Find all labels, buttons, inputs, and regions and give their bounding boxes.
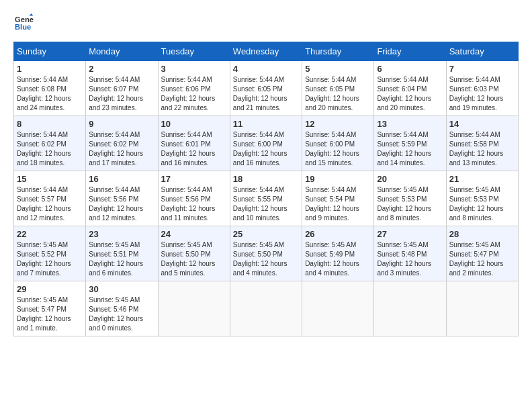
- calendar-day: 15Sunrise: 5:44 AM Sunset: 5:57 PM Dayli…: [14, 171, 86, 226]
- weekday-header-friday: Friday: [374, 42, 446, 61]
- day-number: 6: [377, 64, 443, 74]
- day-info: Sunrise: 5:44 AM Sunset: 6:05 PM Dayligh…: [233, 75, 299, 113]
- day-number: 23: [89, 229, 154, 239]
- calendar-day: 16Sunrise: 5:44 AM Sunset: 5:56 PM Dayli…: [86, 171, 158, 226]
- day-info: Sunrise: 5:44 AM Sunset: 6:04 PM Dayligh…: [377, 75, 443, 113]
- day-number: 15: [17, 174, 83, 184]
- svg-marker-2: [30, 13, 34, 16]
- day-info: Sunrise: 5:45 AM Sunset: 5:52 PM Dayligh…: [17, 240, 83, 278]
- calendar-week-row: 29Sunrise: 5:45 AM Sunset: 5:47 PM Dayli…: [14, 281, 519, 336]
- weekday-header-saturday: Saturday: [446, 42, 518, 61]
- calendar-day: 7Sunrise: 5:44 AM Sunset: 6:03 PM Daylig…: [446, 61, 518, 116]
- day-info: Sunrise: 5:44 AM Sunset: 6:06 PM Dayligh…: [161, 75, 227, 113]
- calendar-day: 13Sunrise: 5:44 AM Sunset: 5:59 PM Dayli…: [374, 116, 446, 171]
- day-number: 10: [161, 119, 227, 129]
- logo: General Blue: [13, 13, 35, 35]
- day-info: Sunrise: 5:44 AM Sunset: 6:08 PM Dayligh…: [17, 75, 83, 113]
- day-number: 20: [377, 174, 443, 184]
- day-number: 25: [233, 229, 299, 239]
- day-number: 22: [17, 229, 83, 239]
- day-number: 4: [233, 64, 299, 74]
- calendar-day: 10Sunrise: 5:44 AM Sunset: 6:01 PM Dayli…: [158, 116, 230, 171]
- calendar-day: [302, 281, 374, 336]
- day-info: Sunrise: 5:44 AM Sunset: 5:56 PM Dayligh…: [161, 185, 227, 223]
- day-number: 16: [89, 174, 154, 184]
- day-number: 26: [305, 229, 371, 239]
- calendar-day: 29Sunrise: 5:45 AM Sunset: 5:47 PM Dayli…: [14, 281, 86, 336]
- weekday-header-wednesday: Wednesday: [230, 42, 302, 61]
- day-info: Sunrise: 5:45 AM Sunset: 5:50 PM Dayligh…: [233, 240, 299, 278]
- day-number: 2: [89, 64, 154, 74]
- calendar-day: 9Sunrise: 5:44 AM Sunset: 6:02 PM Daylig…: [86, 116, 158, 171]
- calendar-day: 3Sunrise: 5:44 AM Sunset: 6:06 PM Daylig…: [158, 61, 230, 116]
- calendar-day: 26Sunrise: 5:45 AM Sunset: 5:49 PM Dayli…: [302, 226, 374, 281]
- day-info: Sunrise: 5:44 AM Sunset: 5:55 PM Dayligh…: [233, 185, 299, 223]
- day-number: 21: [449, 174, 515, 184]
- day-info: Sunrise: 5:45 AM Sunset: 5:47 PM Dayligh…: [17, 295, 83, 333]
- day-info: Sunrise: 5:45 AM Sunset: 5:51 PM Dayligh…: [89, 240, 154, 278]
- day-number: 17: [161, 174, 227, 184]
- calendar-day: 5Sunrise: 5:44 AM Sunset: 6:05 PM Daylig…: [302, 61, 374, 116]
- calendar-day: [158, 281, 230, 336]
- calendar-day: 6Sunrise: 5:44 AM Sunset: 6:04 PM Daylig…: [374, 61, 446, 116]
- calendar-day: 12Sunrise: 5:44 AM Sunset: 6:00 PM Dayli…: [302, 116, 374, 171]
- day-number: 13: [377, 119, 443, 129]
- calendar-day: 28Sunrise: 5:45 AM Sunset: 5:47 PM Dayli…: [446, 226, 518, 281]
- day-info: Sunrise: 5:44 AM Sunset: 6:01 PM Dayligh…: [161, 130, 227, 168]
- weekday-header-thursday: Thursday: [302, 42, 374, 61]
- calendar-day: 25Sunrise: 5:45 AM Sunset: 5:50 PM Dayli…: [230, 226, 302, 281]
- day-number: 29: [17, 284, 83, 294]
- svg-text:Blue: Blue: [15, 23, 31, 31]
- day-info: Sunrise: 5:45 AM Sunset: 5:48 PM Dayligh…: [377, 240, 443, 278]
- day-number: 11: [233, 119, 299, 129]
- calendar-table: SundayMondayTuesdayWednesdayThursdayFrid…: [13, 42, 519, 336]
- weekday-header-row: SundayMondayTuesdayWednesdayThursdayFrid…: [14, 42, 519, 61]
- day-number: 1: [17, 64, 83, 74]
- calendar-week-row: 15Sunrise: 5:44 AM Sunset: 5:57 PM Dayli…: [14, 171, 519, 226]
- calendar-day: 17Sunrise: 5:44 AM Sunset: 5:56 PM Dayli…: [158, 171, 230, 226]
- weekday-header-tuesday: Tuesday: [158, 42, 230, 61]
- day-info: Sunrise: 5:44 AM Sunset: 6:03 PM Dayligh…: [449, 75, 515, 113]
- calendar-day: 27Sunrise: 5:45 AM Sunset: 5:48 PM Dayli…: [374, 226, 446, 281]
- calendar-week-row: 22Sunrise: 5:45 AM Sunset: 5:52 PM Dayli…: [14, 226, 519, 281]
- day-number: 8: [17, 119, 83, 129]
- day-info: Sunrise: 5:45 AM Sunset: 5:46 PM Dayligh…: [89, 295, 154, 333]
- calendar-day: 11Sunrise: 5:44 AM Sunset: 6:00 PM Dayli…: [230, 116, 302, 171]
- day-number: 28: [449, 229, 515, 239]
- calendar-week-row: 1Sunrise: 5:44 AM Sunset: 6:08 PM Daylig…: [14, 61, 519, 116]
- svg-text:General: General: [15, 15, 34, 24]
- day-info: Sunrise: 5:44 AM Sunset: 6:05 PM Dayligh…: [305, 75, 371, 113]
- calendar-day: [446, 281, 518, 336]
- calendar-day: 18Sunrise: 5:44 AM Sunset: 5:55 PM Dayli…: [230, 171, 302, 226]
- day-number: 27: [377, 229, 443, 239]
- day-info: Sunrise: 5:45 AM Sunset: 5:47 PM Dayligh…: [449, 240, 515, 278]
- day-info: Sunrise: 5:44 AM Sunset: 6:02 PM Dayligh…: [17, 130, 83, 168]
- calendar-day: 1Sunrise: 5:44 AM Sunset: 6:08 PM Daylig…: [14, 61, 86, 116]
- day-info: Sunrise: 5:45 AM Sunset: 5:50 PM Dayligh…: [161, 240, 227, 278]
- day-info: Sunrise: 5:44 AM Sunset: 5:57 PM Dayligh…: [17, 185, 83, 223]
- page-header: General Blue: [13, 13, 519, 35]
- calendar-day: 21Sunrise: 5:45 AM Sunset: 5:53 PM Dayli…: [446, 171, 518, 226]
- day-number: 9: [89, 119, 154, 129]
- day-number: 5: [305, 64, 371, 74]
- day-info: Sunrise: 5:44 AM Sunset: 5:59 PM Dayligh…: [377, 130, 443, 168]
- day-info: Sunrise: 5:45 AM Sunset: 5:49 PM Dayligh…: [305, 240, 371, 278]
- calendar-day: 19Sunrise: 5:44 AM Sunset: 5:54 PM Dayli…: [302, 171, 374, 226]
- day-info: Sunrise: 5:44 AM Sunset: 6:02 PM Dayligh…: [89, 130, 154, 168]
- calendar-week-row: 8Sunrise: 5:44 AM Sunset: 6:02 PM Daylig…: [14, 116, 519, 171]
- calendar-day: 20Sunrise: 5:45 AM Sunset: 5:53 PM Dayli…: [374, 171, 446, 226]
- day-info: Sunrise: 5:44 AM Sunset: 5:58 PM Dayligh…: [449, 130, 515, 168]
- day-number: 7: [449, 64, 515, 74]
- calendar-day: [374, 281, 446, 336]
- day-info: Sunrise: 5:45 AM Sunset: 5:53 PM Dayligh…: [449, 185, 515, 223]
- day-number: 18: [233, 174, 299, 184]
- day-info: Sunrise: 5:45 AM Sunset: 5:53 PM Dayligh…: [377, 185, 443, 223]
- calendar-day: 23Sunrise: 5:45 AM Sunset: 5:51 PM Dayli…: [86, 226, 158, 281]
- day-number: 30: [89, 284, 154, 294]
- day-info: Sunrise: 5:44 AM Sunset: 5:54 PM Dayligh…: [305, 185, 371, 223]
- calendar-day: [230, 281, 302, 336]
- calendar-day: 22Sunrise: 5:45 AM Sunset: 5:52 PM Dayli…: [14, 226, 86, 281]
- day-number: 3: [161, 64, 227, 74]
- day-number: 14: [449, 119, 515, 129]
- calendar-day: 24Sunrise: 5:45 AM Sunset: 5:50 PM Dayli…: [158, 226, 230, 281]
